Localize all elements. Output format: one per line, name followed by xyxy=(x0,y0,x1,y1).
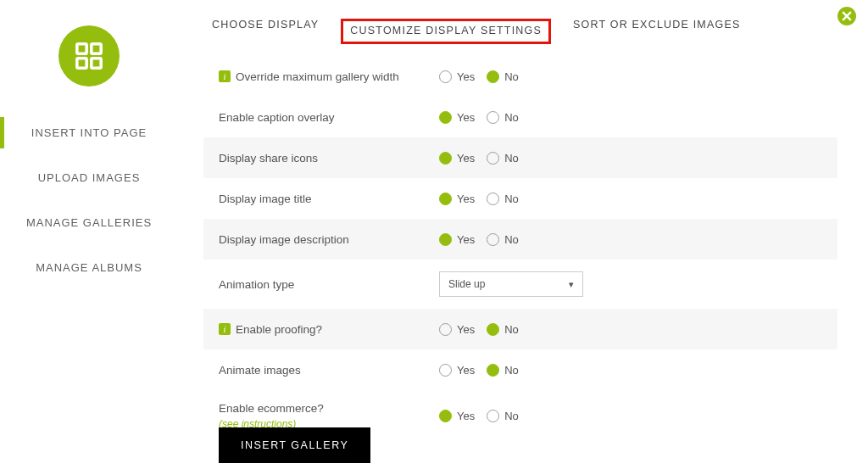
row-label-line: Enable ecommerce? xyxy=(219,402,324,415)
setting-controls: YesNo xyxy=(439,233,519,246)
radio-label: No xyxy=(504,323,519,336)
insert-gallery-button[interactable]: INSERT GALLERY xyxy=(219,427,370,463)
radio-no[interactable]: No xyxy=(487,364,519,377)
app-logo xyxy=(58,25,120,87)
radio-label: No xyxy=(504,410,519,422)
row-label-wrap: Display share icons xyxy=(219,152,439,165)
setting-controls: Slide up▾ xyxy=(439,271,583,297)
radio-no[interactable]: No xyxy=(487,70,519,83)
radio-circle-icon xyxy=(487,323,499,336)
radio-yes[interactable]: Yes xyxy=(439,323,475,336)
radio-label: Yes xyxy=(457,193,475,205)
radio-label: No xyxy=(504,70,519,83)
setting-label: Enable proofing? xyxy=(236,323,322,336)
radio-yes[interactable]: Yes xyxy=(439,193,475,205)
svg-rect-2 xyxy=(77,59,86,68)
info-icon[interactable]: i xyxy=(219,323,231,335)
setting-row-6: iEnable proofing?YesNo xyxy=(203,309,837,349)
radio-no[interactable]: No xyxy=(487,193,519,205)
radio-circle-icon xyxy=(439,233,452,246)
radio-circle-icon xyxy=(439,193,452,205)
radio-label: Yes xyxy=(457,364,475,377)
setting-label: Display image title xyxy=(219,193,312,205)
settings-list: iOverride maximum gallery widthYesNoEnab… xyxy=(203,56,837,412)
radio-circle-icon xyxy=(439,323,452,336)
setting-label: Animate images xyxy=(219,364,301,377)
info-icon[interactable]: i xyxy=(219,70,231,82)
radio-label: No xyxy=(504,111,519,124)
radio-no[interactable]: No xyxy=(487,233,519,246)
radio-yes[interactable]: Yes xyxy=(439,70,475,83)
radio-label: No xyxy=(504,193,519,205)
animation-type-select[interactable]: Slide up▾ xyxy=(439,271,583,297)
setting-row-0: iOverride maximum gallery widthYesNo xyxy=(203,56,837,97)
sidebar: INSERT INTO PAGEUPLOAD IMAGESMANAGE GALL… xyxy=(0,0,178,290)
radio-circle-icon xyxy=(439,152,452,165)
radio-yes[interactable]: Yes xyxy=(439,410,475,422)
setting-label: Enable ecommerce? xyxy=(219,402,324,415)
sidebar-item-0[interactable]: INSERT INTO PAGE xyxy=(0,110,178,155)
setting-controls: YesNo xyxy=(439,323,519,336)
radio-label: Yes xyxy=(457,233,475,246)
tab-1[interactable]: CUSTOMIZE DISPLAY SETTINGS xyxy=(341,19,551,44)
radio-circle-icon xyxy=(487,364,499,377)
radio-no[interactable]: No xyxy=(487,323,519,336)
setting-controls: YesNo xyxy=(439,364,519,377)
setting-row-3: Display image titleYesNo xyxy=(203,178,837,219)
radio-label: No xyxy=(504,152,519,165)
radio-no[interactable]: No xyxy=(487,111,519,124)
radio-circle-icon xyxy=(439,111,452,124)
svg-rect-0 xyxy=(77,44,86,53)
row-label-line: Display image title xyxy=(219,193,312,205)
tabs: CHOOSE DISPLAYCUSTOMIZE DISPLAY SETTINGS… xyxy=(203,0,837,53)
setting-label: Animation type xyxy=(219,278,294,291)
row-label-wrap: Enable caption overlay xyxy=(219,111,439,124)
svg-rect-3 xyxy=(92,59,101,68)
tab-2[interactable]: SORT OR EXCLUDE IMAGES xyxy=(573,19,741,44)
tab-0[interactable]: CHOOSE DISPLAY xyxy=(212,19,319,44)
chevron-down-icon: ▾ xyxy=(569,279,574,290)
setting-controls: YesNo xyxy=(439,111,519,124)
row-label-line: Display share icons xyxy=(219,152,318,165)
sidebar-item-1[interactable]: UPLOAD IMAGES xyxy=(0,155,178,200)
radio-yes[interactable]: Yes xyxy=(439,152,475,165)
setting-row-4: Display image descriptionYesNo xyxy=(203,219,837,260)
grid-icon xyxy=(75,42,103,70)
row-label-line: Display image description xyxy=(219,233,349,246)
row-label-line: Animation type xyxy=(219,278,294,291)
radio-circle-icon xyxy=(487,410,499,422)
sidebar-item-2[interactable]: MANAGE GALLERIES xyxy=(0,200,178,245)
radio-circle-icon xyxy=(439,364,452,377)
row-label-line: Animate images xyxy=(219,364,301,377)
row-label-wrap: Display image title xyxy=(219,193,439,205)
row-label-wrap: Animation type xyxy=(219,278,439,291)
radio-label: Yes xyxy=(457,410,475,422)
sidebar-item-3[interactable]: MANAGE ALBUMS xyxy=(0,245,178,290)
row-label-wrap: iOverride maximum gallery width xyxy=(219,70,439,83)
radio-yes[interactable]: Yes xyxy=(439,111,475,124)
radio-circle-icon xyxy=(439,70,452,83)
row-label-wrap: Animate images xyxy=(219,364,439,377)
radio-label: Yes xyxy=(457,152,475,165)
setting-label: Display image description xyxy=(219,233,349,246)
radio-circle-icon xyxy=(487,152,499,165)
radio-circle-icon xyxy=(487,70,499,83)
radio-no[interactable]: No xyxy=(487,410,519,422)
setting-controls: YesNo xyxy=(439,410,519,422)
radio-circle-icon xyxy=(487,233,499,246)
setting-label: Override maximum gallery width xyxy=(236,70,399,83)
setting-row-1: Enable caption overlayYesNo xyxy=(203,97,837,137)
radio-yes[interactable]: Yes xyxy=(439,233,475,246)
select-value: Slide up xyxy=(448,278,485,290)
row-label-line: Enable caption overlay xyxy=(219,111,335,124)
radio-label: Yes xyxy=(457,70,475,83)
radio-yes[interactable]: Yes xyxy=(439,364,475,377)
radio-circle-icon xyxy=(487,111,499,124)
row-label-wrap: iEnable proofing? xyxy=(219,323,439,336)
radio-label: No xyxy=(504,233,519,246)
close-button[interactable] xyxy=(837,7,856,25)
setting-controls: YesNo xyxy=(439,152,519,165)
radio-circle-icon xyxy=(439,410,452,422)
svg-rect-1 xyxy=(92,44,101,53)
radio-no[interactable]: No xyxy=(487,152,519,165)
